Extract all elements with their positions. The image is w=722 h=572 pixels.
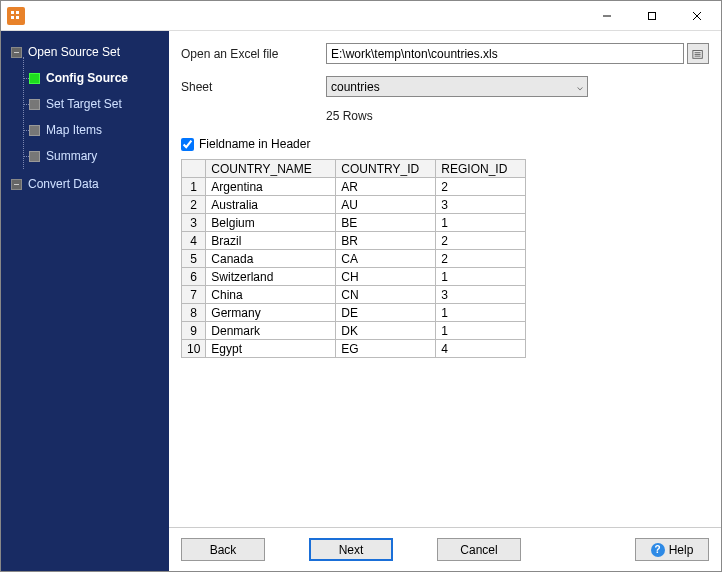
cell-country-id: AU bbox=[336, 196, 436, 214]
sidebar-item-label: Set Target Set bbox=[46, 97, 122, 111]
cell-country-name: Brazil bbox=[206, 232, 336, 250]
sidebar-item-open-source-set[interactable]: Open Source Set bbox=[11, 39, 163, 65]
wizard-footer: Back Next Cancel ? Help bbox=[169, 527, 721, 571]
cell-country-name: Australia bbox=[206, 196, 336, 214]
maximize-button[interactable] bbox=[629, 2, 674, 30]
cell-country-name: Belgium bbox=[206, 214, 336, 232]
row-number: 9 bbox=[182, 322, 206, 340]
folder-open-icon bbox=[692, 48, 704, 60]
row-number: 10 bbox=[182, 340, 206, 358]
app-window: Open Source Set Config Source Set Target… bbox=[0, 0, 722, 572]
help-button[interactable]: ? Help bbox=[635, 538, 709, 561]
wizard-sidebar: Open Source Set Config Source Set Target… bbox=[1, 31, 169, 571]
sidebar-item-convert-data[interactable]: Convert Data bbox=[11, 171, 163, 197]
table-row[interactable]: 5CanadaCA2 bbox=[182, 250, 526, 268]
table-row[interactable]: 10EgyptEG4 bbox=[182, 340, 526, 358]
cell-region-id: 3 bbox=[436, 286, 526, 304]
cell-country-id: AR bbox=[336, 178, 436, 196]
column-header[interactable]: COUNTRY_ID bbox=[336, 160, 436, 178]
cell-country-name: Germany bbox=[206, 304, 336, 322]
tree-step-icon bbox=[29, 125, 40, 136]
table-row[interactable]: 8GermanyDE1 bbox=[182, 304, 526, 322]
cell-country-id: CA bbox=[336, 250, 436, 268]
column-header[interactable]: REGION_ID bbox=[436, 160, 526, 178]
cell-region-id: 3 bbox=[436, 196, 526, 214]
sidebar-item-label: Map Items bbox=[46, 123, 102, 137]
sidebar-item-label: Config Source bbox=[46, 71, 128, 85]
titlebar bbox=[1, 1, 721, 31]
table-row[interactable]: 9DenmarkDK1 bbox=[182, 322, 526, 340]
tree-step-icon bbox=[29, 73, 40, 84]
cell-country-name: Switzerland bbox=[206, 268, 336, 286]
row-number: 1 bbox=[182, 178, 206, 196]
row-number: 2 bbox=[182, 196, 206, 214]
column-header[interactable]: COUNTRY_NAME bbox=[206, 160, 336, 178]
cell-country-id: CN bbox=[336, 286, 436, 304]
cell-region-id: 1 bbox=[436, 214, 526, 232]
back-button[interactable]: Back bbox=[181, 538, 265, 561]
cell-country-name: Argentina bbox=[206, 178, 336, 196]
sidebar-item-summary[interactable]: Summary bbox=[15, 143, 163, 169]
cell-country-name: Denmark bbox=[206, 322, 336, 340]
table-row[interactable]: 2AustraliaAU3 bbox=[182, 196, 526, 214]
row-number: 4 bbox=[182, 232, 206, 250]
table-row[interactable]: 6SwitzerlandCH1 bbox=[182, 268, 526, 286]
row-number: 7 bbox=[182, 286, 206, 304]
sidebar-item-config-source[interactable]: Config Source bbox=[15, 65, 163, 91]
close-button[interactable] bbox=[674, 2, 719, 30]
main-panel: Open an Excel file bbox=[169, 31, 721, 571]
cell-region-id: 4 bbox=[436, 340, 526, 358]
row-count-label: 25 Rows bbox=[181, 109, 709, 123]
cell-country-id: BR bbox=[336, 232, 436, 250]
sidebar-item-map-items[interactable]: Map Items bbox=[15, 117, 163, 143]
svg-rect-1 bbox=[648, 12, 655, 19]
sidebar-item-set-target-set[interactable]: Set Target Set bbox=[15, 91, 163, 117]
browse-button[interactable] bbox=[687, 43, 709, 64]
cell-country-id: BE bbox=[336, 214, 436, 232]
grid-corner bbox=[182, 160, 206, 178]
row-number: 8 bbox=[182, 304, 206, 322]
sheet-label: Sheet bbox=[181, 80, 326, 94]
cell-country-id: CH bbox=[336, 268, 436, 286]
cell-country-name: Egypt bbox=[206, 340, 336, 358]
cell-country-name: Canada bbox=[206, 250, 336, 268]
row-number: 3 bbox=[182, 214, 206, 232]
sidebar-item-label: Summary bbox=[46, 149, 97, 163]
tree-expander-icon bbox=[11, 179, 22, 190]
cancel-button[interactable]: Cancel bbox=[437, 538, 521, 561]
help-icon: ? bbox=[651, 543, 665, 557]
cell-country-id: DK bbox=[336, 322, 436, 340]
cell-country-id: DE bbox=[336, 304, 436, 322]
table-row[interactable]: 7ChinaCN3 bbox=[182, 286, 526, 304]
open-file-label: Open an Excel file bbox=[181, 47, 326, 61]
row-number: 5 bbox=[182, 250, 206, 268]
row-number: 6 bbox=[182, 268, 206, 286]
cell-region-id: 2 bbox=[436, 250, 526, 268]
table-row[interactable]: 4BrazilBR2 bbox=[182, 232, 526, 250]
sidebar-item-label: Open Source Set bbox=[28, 45, 120, 59]
preview-grid: COUNTRY_NAME COUNTRY_ID REGION_ID 1Argen… bbox=[181, 159, 526, 358]
cell-region-id: 2 bbox=[436, 178, 526, 196]
tree-step-icon bbox=[29, 99, 40, 110]
sheet-select[interactable]: countries ⌵ bbox=[326, 76, 588, 97]
cell-region-id: 1 bbox=[436, 268, 526, 286]
next-button[interactable]: Next bbox=[309, 538, 393, 561]
sheet-select-value: countries bbox=[331, 80, 380, 94]
tree-step-icon bbox=[29, 151, 40, 162]
sidebar-item-label: Convert Data bbox=[28, 177, 99, 191]
app-icon bbox=[7, 7, 25, 25]
chevron-down-icon: ⌵ bbox=[577, 81, 583, 92]
cell-country-name: China bbox=[206, 286, 336, 304]
fieldname-header-checkbox[interactable] bbox=[181, 138, 194, 151]
minimize-button[interactable] bbox=[584, 2, 629, 30]
cell-country-id: EG bbox=[336, 340, 436, 358]
tree-expander-icon bbox=[11, 47, 22, 58]
help-button-label: Help bbox=[669, 543, 694, 557]
cell-region-id: 1 bbox=[436, 304, 526, 322]
cell-region-id: 1 bbox=[436, 322, 526, 340]
fieldname-header-label: Fieldname in Header bbox=[199, 137, 310, 151]
cell-region-id: 2 bbox=[436, 232, 526, 250]
table-row[interactable]: 1ArgentinaAR2 bbox=[182, 178, 526, 196]
file-path-input[interactable] bbox=[326, 43, 684, 64]
table-row[interactable]: 3BelgiumBE1 bbox=[182, 214, 526, 232]
